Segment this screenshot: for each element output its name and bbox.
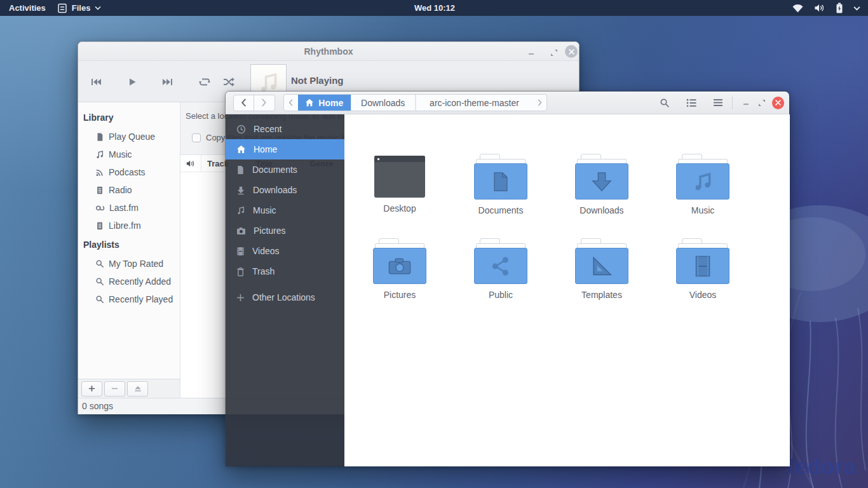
skip-forward-icon: [162, 77, 173, 87]
documents-folder-icon: [474, 154, 527, 200]
chevron-left-icon: [241, 98, 247, 107]
path-segment-current-folder[interactable]: arc-icon-theme-master: [416, 95, 533, 111]
previous-track-button[interactable]: [88, 74, 104, 90]
speaker-column-icon: [186, 159, 195, 168]
sidebar-item-downloads[interactable]: Downloads: [226, 180, 344, 200]
rhythmbox-restore-button[interactable]: [546, 44, 562, 61]
music-note-glyph-icon: [693, 172, 713, 192]
sidebar-item-trash[interactable]: Trash: [226, 261, 344, 281]
files-content-area[interactable]: Desktop Documents Downloads Music Pict: [344, 114, 790, 466]
radio-library-icon: [95, 186, 104, 195]
sidebar-item-play-queue[interactable]: Play Queue: [78, 128, 180, 145]
templates-folder-icon: [575, 238, 628, 284]
checkbox[interactable]: [192, 133, 201, 142]
pictures-folder-icon: [373, 238, 426, 284]
sidebar-item-documents[interactable]: Documents: [226, 159, 344, 180]
activities-button[interactable]: Activities: [9, 3, 46, 13]
system-status-area[interactable]: [455, 3, 868, 13]
remove-button[interactable]: [104, 381, 125, 396]
librefm-icon: [95, 221, 104, 231]
menu-button[interactable]: [709, 94, 727, 112]
sidebar-item-radio[interactable]: Radio: [78, 182, 180, 198]
shuffle-button[interactable]: [220, 74, 237, 90]
path-scroll-left-button[interactable]: [284, 95, 298, 111]
sidebar-item-videos[interactable]: Videos: [226, 241, 344, 261]
folder-item-videos[interactable]: Videos: [661, 238, 744, 300]
play-button[interactable]: [124, 74, 140, 90]
repeat-button[interactable]: [196, 74, 213, 90]
sidebar-item-other-locations[interactable]: Other Locations: [226, 287, 344, 308]
sidebar-item-lastfm[interactable]: Last.fm: [78, 200, 180, 216]
sidebar-item-recent[interactable]: Recent: [226, 119, 344, 139]
path-segment-downloads[interactable]: Downloads: [351, 95, 416, 111]
eject-icon: [134, 385, 142, 392]
playlists-section-header: Playlists: [83, 238, 119, 252]
files-close-button[interactable]: [772, 97, 784, 109]
rhythmbox-titlebar[interactable]: Rhythmbox: [78, 42, 579, 61]
folder-item-pictures[interactable]: Pictures: [358, 238, 441, 300]
music-note-icon: [236, 206, 245, 215]
folder-item-templates[interactable]: Templates: [560, 238, 643, 300]
close-icon: [775, 100, 781, 105]
minimize-icon: [527, 49, 535, 57]
files-minimize-button[interactable]: [738, 95, 754, 111]
eject-button[interactable]: [127, 381, 148, 396]
sidebar-item-music[interactable]: Music: [226, 200, 344, 220]
wifi-icon: [792, 4, 804, 13]
folder-item-music[interactable]: Music: [661, 154, 744, 215]
playing-column-header[interactable]: [180, 155, 201, 172]
plus-icon: [236, 294, 245, 302]
search-playlist-icon: [95, 277, 104, 286]
playlist-action-bar: [78, 379, 180, 398]
path-segment-home[interactable]: Home: [298, 95, 351, 111]
list-view-icon: [686, 98, 696, 107]
download-arrow-glyph-icon: [591, 172, 613, 192]
files-restore-button[interactable]: [754, 95, 770, 111]
recent-clock-icon: [236, 125, 246, 134]
next-track-button[interactable]: [159, 74, 176, 90]
back-button[interactable]: [233, 95, 254, 111]
sidebar-item-music[interactable]: Music: [78, 146, 180, 163]
chevron-right-icon: [261, 98, 267, 107]
videos-folder-icon: [676, 238, 729, 284]
film-icon: [236, 247, 245, 256]
home-icon: [236, 145, 246, 154]
sidebar-item-librefm[interactable]: Libre.fm: [78, 217, 180, 234]
folder-item-documents[interactable]: Documents: [459, 154, 542, 215]
chevron-down-icon: [853, 6, 860, 11]
hamburger-menu-icon: [713, 98, 723, 107]
search-playlist-icon: [95, 295, 104, 304]
sidebar-item-home[interactable]: Home: [226, 139, 344, 159]
sidebar-item-podcasts[interactable]: Podcasts: [78, 164, 180, 180]
battery-icon: [836, 3, 843, 13]
plus-icon: [88, 385, 95, 392]
sidebar-item-recently-played[interactable]: Recently Played: [78, 291, 180, 308]
play-queue-icon: [95, 132, 104, 142]
path-bar: Home Downloads arc-icon-theme-master: [283, 94, 548, 111]
lastfm-icon: [95, 203, 105, 213]
folder-item-public[interactable]: Public: [459, 238, 542, 300]
rhythmbox-minimize-button[interactable]: [523, 44, 539, 61]
sidebar-item-pictures[interactable]: Pictures: [226, 220, 344, 241]
header-separator: [732, 97, 733, 109]
view-toggle-button[interactable]: [682, 94, 700, 112]
music-folder-icon: [676, 154, 729, 200]
camera-glyph-icon: [388, 257, 411, 275]
share-glyph-icon: [491, 256, 510, 276]
skip-backward-icon: [90, 77, 102, 87]
path-scroll-right-button[interactable]: [532, 95, 546, 111]
files-headerbar[interactable]: Home Downloads arc-icon-theme-master: [226, 92, 789, 114]
folder-item-desktop[interactable]: Desktop: [358, 154, 441, 214]
chevron-right-icon: [538, 99, 542, 106]
sidebar-item-recently-added[interactable]: Recently Added: [78, 273, 180, 290]
sidebar-item-my-top-rated[interactable]: My Top Rated: [78, 255, 180, 272]
app-menu-files[interactable]: Files: [57, 3, 102, 13]
rhythmbox-close-button[interactable]: [565, 45, 578, 58]
search-button[interactable]: [655, 94, 674, 112]
folder-item-downloads[interactable]: Downloads: [560, 154, 643, 215]
rhythmbox-window-title: Rhythmbox: [78, 42, 579, 61]
download-arrow-icon: [236, 186, 245, 195]
forward-button[interactable]: [254, 95, 275, 111]
clock[interactable]: Wed 10:12: [414, 3, 455, 13]
add-button[interactable]: [81, 381, 102, 396]
